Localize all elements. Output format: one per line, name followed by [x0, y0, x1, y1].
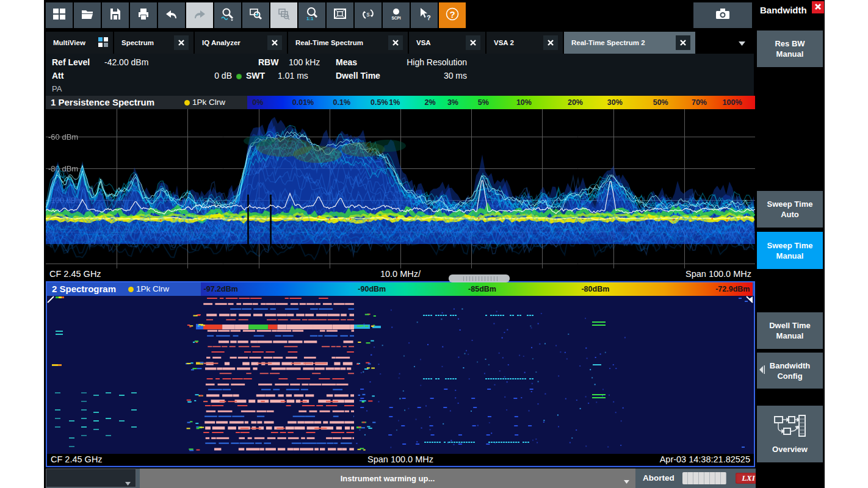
center-frequency: CF 2.45 GHz — [49, 269, 101, 279]
scpi-button[interactable]: SCPI — [383, 2, 410, 28]
persistence-title-bar[interactable]: 1 Persistence Spectrum 1Pk Clrw 0%0.01%0… — [46, 96, 755, 109]
ref-level-value[interactable]: -42.00 dBm — [104, 57, 148, 67]
softkey-dwell-time-manual[interactable]: Dwell TimeManual — [757, 312, 823, 349]
fullscreen-button[interactable] — [327, 2, 353, 28]
persistence-display[interactable] — [46, 109, 755, 268]
trace-label: 1Pk Clrw — [136, 284, 169, 293]
windows-menu-button[interactable] — [46, 2, 73, 28]
zoom-area-button[interactable] — [242, 2, 269, 28]
status-message-bar[interactable]: Instrument warming up... — [140, 468, 635, 488]
tab-iq-analyzer[interactable]: IQ Analyzer — [195, 32, 287, 54]
persistence-scale-label: 1% — [389, 98, 400, 107]
spectrogram-scale-label: -72.9dBm — [715, 285, 750, 293]
undo-icon — [164, 7, 179, 24]
swt-value[interactable]: 1.01 ms — [278, 71, 308, 81]
close-icon[interactable] — [543, 35, 558, 50]
overview-diagram-icon — [773, 414, 806, 442]
meas-label: Meas — [336, 57, 357, 67]
softkey-label: Sweep Time — [767, 240, 813, 251]
close-icon[interactable] — [466, 35, 480, 50]
persistence-scale-label: 0% — [252, 98, 263, 107]
zoom-1to1-icon: 1:1 — [305, 7, 319, 24]
undo-button[interactable] — [158, 2, 185, 28]
spectrogram-scale-label: -85dBm — [468, 285, 496, 293]
zoom-1to1-button[interactable]: 1:1 — [298, 2, 325, 28]
spectrogram-display[interactable] — [47, 296, 754, 453]
zoom-trace-button[interactable] — [214, 2, 241, 28]
close-icon[interactable] — [388, 35, 403, 50]
overlay-windows-button[interactable] — [270, 2, 297, 28]
att-label: Att — [52, 71, 63, 81]
softkey-sweep-time-manual[interactable]: Sweep TimeManual — [757, 232, 823, 269]
open-file-button[interactable] — [74, 2, 101, 28]
close-icon[interactable] — [174, 35, 189, 50]
spectrogram-scale-label: -97.2dBm — [204, 285, 238, 293]
print-button[interactable] — [130, 2, 157, 28]
print-icon — [136, 7, 151, 24]
meas-value[interactable]: High Resolution — [362, 57, 467, 67]
tab-label: MultiView — [53, 39, 93, 46]
tab-multiview[interactable]: MultiView — [46, 32, 113, 54]
span: Span 100.0 MHz — [685, 269, 751, 279]
rbw-value[interactable]: 100 kHz — [289, 57, 320, 67]
persistence-scale-label: 0.5% — [371, 98, 388, 107]
zoom-trace-icon — [220, 7, 235, 24]
softkey-menu-title: Bandwidth — [760, 5, 807, 15]
open-file-icon — [80, 7, 95, 24]
close-menu-button[interactable] — [812, 1, 824, 13]
window-splitter-handle[interactable] — [449, 274, 510, 282]
tab-real-time-spectrum[interactable]: Real-Time Spectrum — [288, 32, 408, 54]
fullscreen-icon — [333, 7, 347, 24]
close-icon[interactable] — [267, 35, 282, 50]
softkey-label: Overview — [772, 444, 808, 454]
close-icon[interactable] — [676, 35, 690, 50]
tab-vsa-2[interactable]: VSA 2 — [486, 32, 563, 54]
status-selector-dropdown[interactable] — [46, 468, 136, 487]
sweep-state: Aborted — [643, 473, 675, 483]
softkey-label: Manual — [776, 251, 804, 261]
svg-text:1:1: 1:1 — [306, 16, 314, 21]
overlay-windows-icon — [277, 7, 291, 24]
spectrogram-title-bar[interactable]: 2 Spectrogram 1Pk Clrw -97.2dBm-90dBm-85… — [47, 282, 754, 296]
frame-timestamp: Apr-03 14:38:21.82525 — [660, 454, 750, 464]
dwell-time-value[interactable]: 30 ms — [362, 71, 467, 81]
save-button[interactable] — [102, 2, 129, 28]
screenshot-button[interactable] — [693, 2, 752, 28]
sync-button[interactable]: s — [355, 2, 382, 28]
tab-label: IQ Analyzer — [202, 39, 262, 46]
tab-real-time-spectrum-2[interactable]: Real-Time Spectrum 2 — [564, 32, 695, 54]
sweep-progress-bar — [682, 472, 726, 484]
softkey-label: Manual — [776, 49, 804, 59]
tab-overflow-button[interactable] — [739, 37, 745, 48]
help-button[interactable]: ? — [439, 2, 466, 28]
camera-icon — [713, 5, 732, 25]
softkey-res-bw-manual[interactable]: Res BWManual — [757, 30, 823, 67]
swt-label: SWT — [246, 71, 265, 81]
save-icon — [108, 7, 123, 24]
softkey-label: Res BW — [775, 38, 805, 49]
span: Span 100.0 MHz — [367, 454, 433, 464]
swt-coupled-indicator — [236, 74, 242, 79]
tab-label: Real-Time Spectrum 2 — [571, 39, 671, 46]
trace-marker-icon — [184, 100, 190, 106]
multiview-grid-icon — [98, 37, 108, 48]
softkey-overview[interactable]: Overview — [757, 406, 823, 462]
att-value[interactable]: 0 dB — [189, 71, 232, 81]
context-help-button[interactable]: ? — [411, 2, 438, 28]
redo-button[interactable] — [186, 2, 213, 28]
sync-icon: s — [361, 7, 375, 24]
persistence-scale-label: 2% — [424, 98, 435, 107]
tab-vsa[interactable]: VSA — [409, 32, 485, 54]
persistence-scale-label: 100% — [723, 98, 742, 107]
tab-spectrum[interactable]: Spectrum — [114, 32, 193, 54]
ref-level-label: Ref Level — [52, 57, 90, 67]
trace-label: 1Pk Clrw — [192, 98, 225, 107]
spectrogram-scale-label: -80dBm — [581, 285, 609, 293]
tab-label: VSA 2 — [494, 39, 538, 46]
per-division: 10.0 MHz/ — [380, 269, 421, 279]
spectrogram-window: 2 Spectrogram 1Pk Clrw -97.2dBm-90dBm-85… — [46, 281, 755, 467]
softkey-label: Manual — [776, 331, 804, 341]
softkey-sweep-time-auto[interactable]: Sweep TimeAuto — [757, 191, 823, 228]
softkey-label: Dwell Time — [769, 320, 811, 331]
softkey-bandwidth-config[interactable]: BandwidthConfig — [757, 353, 823, 389]
